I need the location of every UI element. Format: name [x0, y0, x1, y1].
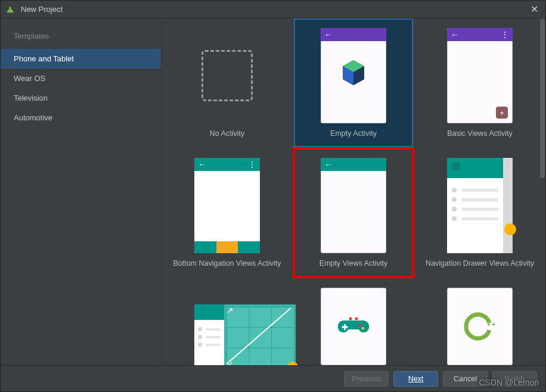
nav-drawer-preview-icon: ⋮ [447, 158, 513, 253]
template-label: Navigation Drawer Views Activity [426, 257, 534, 273]
sidebar-heading: Templates [1, 29, 161, 49]
responsive-preview-icon: ↗ ↙ [194, 304, 296, 365]
next-button[interactable]: Next [393, 371, 438, 387]
sidebar-item-wear-os[interactable]: Wear OS [1, 69, 161, 88]
phone-preview-icon: + + [447, 288, 513, 365]
overflow-icon: ⋮ [248, 160, 256, 169]
watermark-text: CSDN @Lemon [479, 378, 539, 387]
phone-preview-icon: ← [321, 158, 386, 253]
phone-preview-icon [321, 288, 386, 365]
cpp-icon: + + [447, 288, 513, 365]
svg-point-11 [362, 327, 365, 330]
svg-point-13 [355, 318, 358, 321]
titlebar: New Project ✕ [1, 1, 545, 18]
close-icon[interactable]: ✕ [528, 1, 541, 17]
svg-point-10 [359, 324, 362, 327]
svg-marker-0 [7, 6, 14, 13]
template-label: Basic Views Activity [447, 127, 513, 144]
template-label: Empty Views Activity [319, 257, 387, 273]
gamepad-icon [321, 288, 386, 365]
sidebar-item-television[interactable]: Television [1, 88, 161, 108]
dialog-footer: Previous Next Cancel Finish [1, 365, 545, 391]
overflow-icon: ⋮ [505, 160, 511, 166]
svg-rect-9 [342, 326, 348, 328]
overflow-icon: ⋮ [501, 30, 509, 39]
templates-sidebar: Templates Phone and Tablet Wear OS Telev… [1, 18, 162, 365]
svg-point-2 [11, 8, 13, 10]
expand-arrow-icon: ↙ [227, 359, 234, 365]
back-arrow-icon: ← [324, 160, 333, 169]
back-arrow-icon: ← [198, 160, 206, 169]
phone-preview-icon: ←⋮ + [447, 28, 513, 123]
compose-cube-icon [340, 59, 367, 89]
window-title: New Project [21, 5, 63, 14]
vertical-scrollbar[interactable] [539, 18, 545, 365]
expand-arrow-icon: ↗ [227, 306, 234, 315]
phone-preview-icon: ←⋮ [194, 158, 260, 253]
svg-point-12 [349, 318, 352, 321]
template-basic-views-activity[interactable]: ←⋮ + Basic Views Activity [420, 18, 539, 147]
svg-text:+: + [492, 321, 495, 328]
fab-icon [504, 223, 516, 235]
template-empty-activity[interactable]: ← Empty Activity [294, 18, 413, 147]
bottom-nav-bar-icon [194, 241, 260, 253]
new-project-dialog: New Project ✕ Templates Phone and Tablet… [0, 0, 546, 392]
template-label: Bottom Navigation Views Activity [173, 257, 281, 273]
back-arrow-icon: ← [324, 30, 333, 39]
template-navigation-drawer-views-activity[interactable]: ⋮ [420, 148, 539, 277]
template-no-activity[interactable]: No Activity [167, 18, 287, 147]
template-label: Empty Activity [330, 127, 377, 144]
fab-add-icon: + [496, 107, 508, 119]
svg-text:+: + [487, 321, 491, 328]
template-native-cpp[interactable]: + + [420, 278, 539, 365]
dashed-square-icon [194, 28, 260, 123]
sidebar-item-phone-and-tablet[interactable]: Phone and Tablet [1, 49, 161, 69]
template-empty-views-activity[interactable]: ← Empty Views Activity [294, 148, 413, 277]
android-studio-logo-icon [5, 5, 15, 14]
phone-preview-icon: ← [321, 28, 386, 123]
svg-line-7 [227, 308, 291, 364]
template-gallery[interactable]: No Activity ← [162, 18, 545, 365]
sidebar-item-automotive[interactable]: Automotive [1, 108, 161, 127]
template-label: No Activity [210, 127, 244, 144]
template-responsive-views-activity[interactable]: ↗ ↙ [167, 278, 287, 365]
template-bottom-navigation-views-activity[interactable]: ←⋮ Bottom Navigation Views Activity [167, 148, 287, 277]
back-arrow-icon: ← [451, 30, 459, 39]
svg-point-1 [8, 8, 10, 10]
previous-button: Previous [344, 371, 389, 387]
